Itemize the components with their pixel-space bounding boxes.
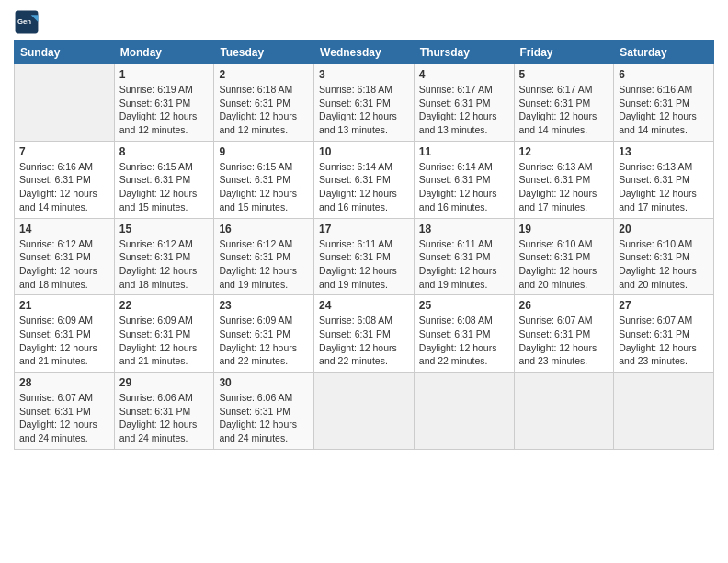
- day-info: Sunrise: 6:15 AM Sunset: 6:31 PM Dayligh…: [219, 160, 309, 214]
- day-info: Sunrise: 6:15 AM Sunset: 6:31 PM Dayligh…: [119, 160, 210, 214]
- calendar-cell: 21Sunrise: 6:09 AM Sunset: 6:31 PM Dayli…: [15, 295, 115, 373]
- day-number: 19: [519, 223, 609, 236]
- day-info: Sunrise: 6:11 AM Sunset: 6:31 PM Dayligh…: [319, 237, 409, 292]
- day-info: Sunrise: 6:12 AM Sunset: 6:31 PM Dayligh…: [19, 237, 109, 292]
- logo-icon: Gen: [14, 9, 40, 35]
- day-header-tuesday: Tuesday: [214, 41, 314, 64]
- day-number: 11: [419, 145, 509, 158]
- day-info: Sunrise: 6:13 AM Sunset: 6:31 PM Dayligh…: [619, 160, 709, 214]
- day-number: 13: [619, 145, 709, 158]
- calendar-cell: 13Sunrise: 6:13 AM Sunset: 6:31 PM Dayli…: [614, 141, 714, 218]
- day-number: 4: [419, 68, 509, 81]
- day-info: Sunrise: 6:10 AM Sunset: 6:31 PM Dayligh…: [519, 237, 609, 292]
- calendar-cell: 12Sunrise: 6:13 AM Sunset: 6:31 PM Dayli…: [514, 141, 614, 218]
- day-info: Sunrise: 6:10 AM Sunset: 6:31 PM Dayligh…: [619, 237, 709, 292]
- day-number: 28: [19, 376, 109, 389]
- day-info: Sunrise: 6:07 AM Sunset: 6:31 PM Dayligh…: [619, 314, 709, 368]
- calendar-cell: 2Sunrise: 6:18 AM Sunset: 6:31 PM Daylig…: [214, 64, 314, 142]
- day-number: 17: [319, 223, 409, 236]
- day-number: 5: [519, 68, 609, 81]
- day-number: 16: [219, 223, 309, 236]
- calendar-cell: [314, 373, 415, 450]
- day-info: Sunrise: 6:07 AM Sunset: 6:31 PM Dayligh…: [519, 314, 609, 368]
- calendar-cell: 28Sunrise: 6:07 AM Sunset: 6:31 PM Dayli…: [15, 373, 115, 450]
- day-number: 15: [119, 223, 210, 236]
- day-number: 12: [519, 145, 609, 158]
- calendar-cell: 18Sunrise: 6:11 AM Sunset: 6:31 PM Dayli…: [414, 218, 514, 295]
- day-info: Sunrise: 6:08 AM Sunset: 6:31 PM Dayligh…: [319, 314, 409, 368]
- logo: Gen: [14, 9, 43, 35]
- calendar-cell: 22Sunrise: 6:09 AM Sunset: 6:31 PM Dayli…: [114, 295, 214, 373]
- day-info: Sunrise: 6:14 AM Sunset: 6:31 PM Dayligh…: [419, 160, 509, 214]
- day-info: Sunrise: 6:13 AM Sunset: 6:31 PM Dayligh…: [519, 160, 609, 214]
- day-number: 14: [19, 223, 109, 236]
- day-header-thursday: Thursday: [414, 41, 514, 64]
- day-info: Sunrise: 6:17 AM Sunset: 6:31 PM Dayligh…: [519, 83, 609, 137]
- week-row-5: 28Sunrise: 6:07 AM Sunset: 6:31 PM Dayli…: [15, 373, 714, 450]
- day-number: 27: [619, 299, 709, 312]
- day-header-monday: Monday: [114, 41, 214, 64]
- day-number: 2: [219, 68, 309, 81]
- calendar-cell: 29Sunrise: 6:06 AM Sunset: 6:31 PM Dayli…: [114, 373, 214, 450]
- calendar-cell: 3Sunrise: 6:18 AM Sunset: 6:31 PM Daylig…: [314, 64, 415, 142]
- day-number: 3: [319, 68, 409, 81]
- day-header-wednesday: Wednesday: [314, 41, 415, 64]
- calendar-cell: 15Sunrise: 6:12 AM Sunset: 6:31 PM Dayli…: [114, 218, 214, 295]
- day-number: 23: [219, 299, 309, 312]
- day-info: Sunrise: 6:14 AM Sunset: 6:31 PM Dayligh…: [319, 160, 409, 214]
- calendar-cell: [15, 64, 115, 142]
- day-info: Sunrise: 6:18 AM Sunset: 6:31 PM Dayligh…: [219, 83, 309, 137]
- calendar-cell: [514, 373, 614, 450]
- calendar-cell: [614, 373, 714, 450]
- day-header-friday: Friday: [514, 41, 614, 64]
- days-header-row: SundayMondayTuesdayWednesdayThursdayFrid…: [15, 41, 714, 64]
- week-row-1: 1Sunrise: 6:19 AM Sunset: 6:31 PM Daylig…: [15, 64, 714, 142]
- calendar-cell: 14Sunrise: 6:12 AM Sunset: 6:31 PM Dayli…: [15, 218, 115, 295]
- day-info: Sunrise: 6:17 AM Sunset: 6:31 PM Dayligh…: [419, 83, 509, 137]
- day-header-sunday: Sunday: [15, 41, 115, 64]
- day-info: Sunrise: 6:16 AM Sunset: 6:31 PM Dayligh…: [619, 83, 709, 137]
- day-number: 24: [319, 299, 409, 312]
- calendar-cell: 5Sunrise: 6:17 AM Sunset: 6:31 PM Daylig…: [514, 64, 614, 142]
- calendar-cell: 25Sunrise: 6:08 AM Sunset: 6:31 PM Dayli…: [414, 295, 514, 373]
- day-number: 22: [119, 299, 210, 312]
- day-info: Sunrise: 6:12 AM Sunset: 6:31 PM Dayligh…: [119, 237, 210, 292]
- calendar-table: SundayMondayTuesdayWednesdayThursdayFrid…: [14, 40, 714, 450]
- day-number: 26: [519, 299, 609, 312]
- calendar-cell: 9Sunrise: 6:15 AM Sunset: 6:31 PM Daylig…: [214, 141, 314, 218]
- calendar-cell: 1Sunrise: 6:19 AM Sunset: 6:31 PM Daylig…: [114, 64, 214, 142]
- day-number: 29: [119, 376, 210, 389]
- day-info: Sunrise: 6:09 AM Sunset: 6:31 PM Dayligh…: [119, 314, 210, 368]
- day-number: 25: [419, 299, 509, 312]
- week-row-2: 7Sunrise: 6:16 AM Sunset: 6:31 PM Daylig…: [15, 141, 714, 218]
- header: Gen: [14, 9, 714, 35]
- calendar-cell: 17Sunrise: 6:11 AM Sunset: 6:31 PM Dayli…: [314, 218, 415, 295]
- week-row-4: 21Sunrise: 6:09 AM Sunset: 6:31 PM Dayli…: [15, 295, 714, 373]
- svg-text:Gen: Gen: [17, 17, 31, 26]
- calendar-cell: 19Sunrise: 6:10 AM Sunset: 6:31 PM Dayli…: [514, 218, 614, 295]
- calendar-cell: 10Sunrise: 6:14 AM Sunset: 6:31 PM Dayli…: [314, 141, 415, 218]
- day-info: Sunrise: 6:09 AM Sunset: 6:31 PM Dayligh…: [19, 314, 109, 368]
- calendar-cell: 8Sunrise: 6:15 AM Sunset: 6:31 PM Daylig…: [114, 141, 214, 218]
- day-number: 9: [219, 145, 309, 158]
- calendar-cell: 20Sunrise: 6:10 AM Sunset: 6:31 PM Dayli…: [614, 218, 714, 295]
- calendar-cell: [414, 373, 514, 450]
- day-info: Sunrise: 6:07 AM Sunset: 6:31 PM Dayligh…: [19, 391, 109, 445]
- day-number: 1: [119, 68, 210, 81]
- day-number: 7: [19, 145, 109, 158]
- day-info: Sunrise: 6:08 AM Sunset: 6:31 PM Dayligh…: [419, 314, 509, 368]
- calendar-cell: 11Sunrise: 6:14 AM Sunset: 6:31 PM Dayli…: [414, 141, 514, 218]
- day-info: Sunrise: 6:19 AM Sunset: 6:31 PM Dayligh…: [119, 83, 210, 137]
- calendar-cell: 16Sunrise: 6:12 AM Sunset: 6:31 PM Dayli…: [214, 218, 314, 295]
- calendar-cell: 24Sunrise: 6:08 AM Sunset: 6:31 PM Dayli…: [314, 295, 415, 373]
- day-number: 8: [119, 145, 210, 158]
- calendar-cell: 27Sunrise: 6:07 AM Sunset: 6:31 PM Dayli…: [614, 295, 714, 373]
- calendar-cell: 26Sunrise: 6:07 AM Sunset: 6:31 PM Dayli…: [514, 295, 614, 373]
- calendar-cell: 7Sunrise: 6:16 AM Sunset: 6:31 PM Daylig…: [15, 141, 115, 218]
- day-info: Sunrise: 6:18 AM Sunset: 6:31 PM Dayligh…: [319, 83, 409, 137]
- day-number: 20: [619, 223, 709, 236]
- day-info: Sunrise: 6:09 AM Sunset: 6:31 PM Dayligh…: [219, 314, 309, 368]
- day-number: 30: [219, 376, 309, 389]
- calendar-cell: 6Sunrise: 6:16 AM Sunset: 6:31 PM Daylig…: [614, 64, 714, 142]
- day-info: Sunrise: 6:11 AM Sunset: 6:31 PM Dayligh…: [419, 237, 509, 292]
